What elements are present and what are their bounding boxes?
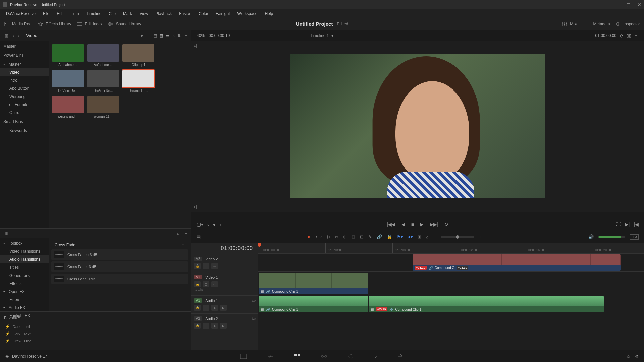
clip-item[interactable]: DaVinci Re... <box>87 70 119 93</box>
menu-clip[interactable]: Clip <box>105 10 119 17</box>
tab-edit[interactable] <box>294 352 301 360</box>
menu-edit[interactable]: Edit <box>53 10 67 17</box>
menu-trim[interactable]: Trim <box>68 10 83 17</box>
fx-generators[interactable]: Generators <box>0 272 49 280</box>
track-lane-a1[interactable]: ▦🔗Compound Clip 1 ▦-03:19🔗Compound Clip … <box>258 295 644 313</box>
playhead[interactable] <box>259 243 259 253</box>
replace-icon[interactable]: ⊟ <box>360 234 364 239</box>
favorite-item[interactable]: ⚡Dark...Text <box>3 330 188 337</box>
insert-icon[interactable]: ⊕ <box>343 234 347 239</box>
clip-v1[interactable]: ▦🔗Compound Clip 1 <box>259 273 368 294</box>
fx-titles[interactable]: Titles <box>0 263 49 272</box>
track-header-v2[interactable]: V2Video 2 🔒▢▭ <box>191 254 258 272</box>
zoom-in-icon[interactable]: + <box>479 234 482 239</box>
minimize-button[interactable]: ─ <box>616 2 620 7</box>
clip-item[interactable]: Aufnahme ... <box>52 44 84 67</box>
menu-fusion[interactable]: Fusion <box>176 10 195 17</box>
menu-help[interactable]: Help <box>261 10 276 17</box>
timeline-view-icon[interactable]: ▤ <box>197 234 201 239</box>
bin-layout-icon[interactable]: ▥ <box>3 33 9 38</box>
tab-color[interactable] <box>347 354 354 359</box>
track-header-a1[interactable]: A1Audio 12.0 🔒▢SM <box>191 295 258 313</box>
overlay-toggle-icon[interactable]: ▢▾ <box>197 222 203 227</box>
track-lock-icon[interactable]: 🔒 <box>194 281 201 287</box>
tab-fairlight[interactable]: ♪ <box>374 353 377 359</box>
snap-icon[interactable]: ⊞ <box>418 234 421 239</box>
fx-openfx[interactable]: ▾Open FX <box>0 288 49 296</box>
tree-intro[interactable]: Intro <box>0 76 49 84</box>
track-lock-icon[interactable]: 🔒 <box>194 263 201 269</box>
trim-tool-icon[interactable]: ⟷ <box>316 234 322 239</box>
tab-fusion[interactable] <box>321 354 327 359</box>
timeline-timecode[interactable]: 01:00:00:00 <box>191 243 258 254</box>
menu-view[interactable]: View <box>136 10 152 17</box>
close-button[interactable]: ✕ <box>637 2 641 7</box>
sort-icon[interactable]: ⇅ <box>177 33 181 38</box>
skip-fwd-icon[interactable]: ▶| <box>625 222 630 227</box>
track-thumb-icon[interactable]: ▭ <box>211 263 218 269</box>
menu-workspace[interactable]: Workspace <box>234 10 261 17</box>
collapse-icon[interactable]: ⌃ <box>181 243 185 247</box>
tree-master-pb[interactable]: ▾Master <box>0 60 49 68</box>
more-icon[interactable]: ⋯ <box>183 33 187 38</box>
track-lock-icon[interactable]: 🔒 <box>194 323 201 329</box>
fx-layout-icon[interactable]: ▥ <box>3 231 9 236</box>
prev-frame-icon[interactable]: ◀ <box>401 222 405 227</box>
overwrite-icon[interactable]: ⊡ <box>352 234 355 239</box>
blade-tool-icon[interactable]: ✂ <box>335 234 338 239</box>
tree-master[interactable]: Master <box>0 42 49 50</box>
clip-a1-2[interactable]: ▦-03:19🔗Compound Clip 1 <box>369 296 604 312</box>
track-enable-icon[interactable]: ▢ <box>203 305 209 311</box>
prev-edit-icon[interactable]: ‹ <box>207 222 209 227</box>
fx-audiofx[interactable]: ▾Audio FX <box>0 304 49 312</box>
clip-a1-1[interactable]: ▦🔗Compound Clip 1 <box>259 296 368 312</box>
zoom-tool-icon[interactable]: ⌕ <box>426 234 429 239</box>
track-lane-v1[interactable]: ▦🔗Compound Clip 1 <box>258 272 644 295</box>
mark-in-icon[interactable]: ▸| <box>194 204 197 209</box>
viewer-more-icon[interactable]: ⋯ <box>635 33 639 38</box>
metadata-toggle[interactable]: Metadata <box>585 21 610 27</box>
current-edit-icon[interactable]: ● <box>213 222 216 227</box>
menu-color[interactable]: Color <box>195 10 212 17</box>
viewer-scrubber[interactable] <box>191 212 644 218</box>
track-header-v1[interactable]: V1Video 1 🔒▢▭ 1 Clip <box>191 272 258 295</box>
fx-more-icon[interactable]: ⋯ <box>183 231 187 236</box>
viewer-timecode[interactable]: 01:00:00:00 <box>595 33 616 38</box>
zoom-out-icon[interactable]: − <box>433 234 436 239</box>
bypass-icon[interactable]: ◔ <box>620 33 623 38</box>
nav-fwd-icon[interactable]: › <box>18 33 19 38</box>
loop-icon[interactable]: ↻ <box>444 222 448 227</box>
view-strip-icon[interactable]: ▤ <box>153 33 157 38</box>
tab-deliver[interactable] <box>397 354 404 359</box>
next-edit-icon[interactable]: › <box>220 222 221 227</box>
tree-fortnite[interactable]: ▸Fortnite <box>0 101 49 109</box>
favorite-item[interactable]: ⚡Dark...hird <box>3 323 188 330</box>
clip-item[interactable]: Clip.mp4 <box>122 44 154 67</box>
menu-fairlight[interactable]: Fairlight <box>212 10 233 17</box>
razor-icon[interactable]: ✎ <box>368 234 372 239</box>
solo-button[interactable]: S <box>211 323 218 329</box>
menu-timeline[interactable]: Timeline <box>83 10 105 17</box>
inspector-toggle[interactable]: Inspector <box>615 21 640 27</box>
zoom-slider[interactable] <box>441 236 474 238</box>
fx-audio-trans[interactable]: Audio Transitions <box>0 255 49 263</box>
link-icon[interactable]: 🔗 <box>377 234 382 239</box>
tree-video[interactable]: Video <box>0 68 49 76</box>
volume-slider[interactable] <box>598 236 625 238</box>
dual-view-icon[interactable]: ▯▯ <box>627 33 631 38</box>
tab-media[interactable] <box>240 354 247 359</box>
edit-index-toggle[interactable]: Edit Index <box>77 21 103 27</box>
tree-abo[interactable]: Abo Button <box>0 84 49 93</box>
next-frame-icon[interactable]: ▶▶| <box>430 222 438 227</box>
marker-icon[interactable]: ●▾ <box>408 234 413 239</box>
clip-item[interactable]: DaVinci Re... <box>52 70 84 93</box>
fx-search-icon[interactable]: ⌕ <box>177 231 179 236</box>
track-enable-icon[interactable]: ▢ <box>203 323 209 329</box>
clip-v2[interactable]: +03:19🔗Compound C+03:19 <box>413 254 621 271</box>
track-lock-icon[interactable]: 🔒 <box>194 305 201 311</box>
stop-icon[interactable]: ■ <box>411 222 414 227</box>
tab-cut[interactable] <box>267 354 274 359</box>
fullscreen-icon[interactable]: ⛶ <box>616 222 621 227</box>
clip-item[interactable]: woman-11... <box>87 96 119 118</box>
clip-item[interactable]: pexels-and... <box>52 96 84 118</box>
